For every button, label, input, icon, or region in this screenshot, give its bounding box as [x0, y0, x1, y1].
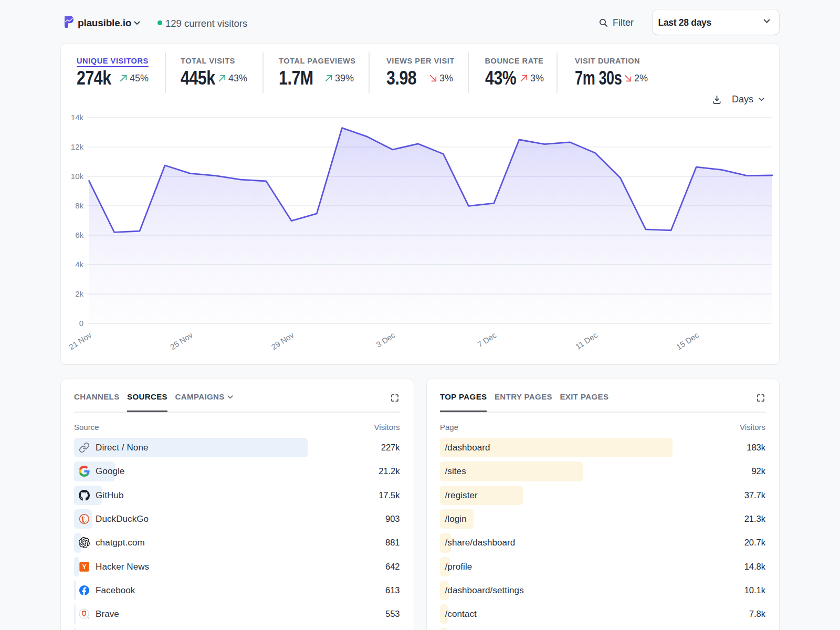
- svg-text:6k: 6k: [75, 230, 83, 239]
- svg-text:11 Dec: 11 Dec: [573, 330, 599, 351]
- svg-text:15 Dec: 15 Dec: [674, 330, 700, 351]
- svg-text:21 Nov: 21 Nov: [67, 330, 93, 351]
- svg-text:0: 0: [79, 319, 83, 328]
- svg-text:3 Dec: 3 Dec: [374, 330, 397, 349]
- svg-text:25 Nov: 25 Nov: [168, 330, 194, 351]
- svg-text:2k: 2k: [75, 289, 83, 298]
- svg-text:4k: 4k: [75, 260, 83, 269]
- svg-text:8k: 8k: [75, 201, 83, 210]
- svg-text:29 Nov: 29 Nov: [269, 330, 296, 351]
- svg-text:14k: 14k: [70, 113, 83, 122]
- svg-text:7 Dec: 7 Dec: [476, 330, 498, 349]
- svg-text:10k: 10k: [70, 172, 83, 181]
- svg-text:Y: Y: [82, 563, 86, 570]
- svg-text:12k: 12k: [70, 142, 83, 151]
